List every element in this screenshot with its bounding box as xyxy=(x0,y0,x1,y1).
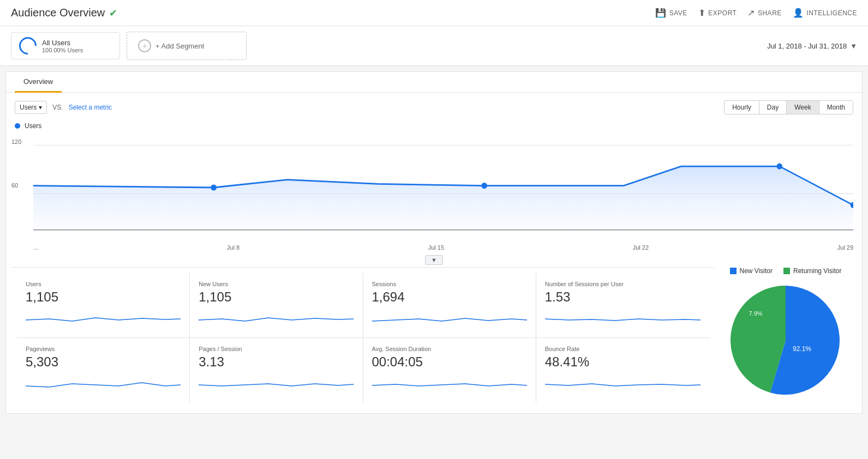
sparkline-sessions-per-user xyxy=(545,309,701,328)
time-range-buttons: Hourly Day Week Month xyxy=(724,100,853,114)
sparkline-users xyxy=(26,309,181,328)
header: Audience Overview ✔ 💾 SAVE ⬆ EXPORT ↗ SH… xyxy=(0,0,868,26)
metric-label-avg-session: Avg. Session Duration xyxy=(372,346,527,352)
chart-fill-area xyxy=(33,166,853,230)
metric-card-bounce-rate: Bounce Rate 48.41% xyxy=(536,338,709,402)
add-segment-button[interactable]: + + Add Segment xyxy=(127,32,247,60)
sparkline-pages-session xyxy=(199,374,354,393)
metric-card-sessions-per-user: Number of Sessions per User 1.53 xyxy=(536,273,709,338)
metric-label-pageviews: Pageviews xyxy=(26,346,181,352)
header-left: Audience Overview ✔ xyxy=(11,7,117,19)
metric-value-avg-session: 00:04:05 xyxy=(372,354,527,370)
segment-pct: 100.00% Users xyxy=(42,47,83,53)
metrics-grid: Users 1,105 New Users 1,105 Sessions 1,6… xyxy=(11,267,715,408)
page-title: Audience Overview xyxy=(11,7,105,19)
pie-wrapper: New Visitor Returning Visitor xyxy=(715,267,857,408)
metric-dropdown[interactable]: Users ▾ xyxy=(15,101,47,114)
header-actions: 💾 SAVE ⬆ EXPORT ↗ SHARE 👤 INTELLIGENCE xyxy=(655,8,857,18)
x-label-jul8: Jul 8 xyxy=(227,244,240,251)
outer-wrapper: Users 1,105 New Users 1,105 Sessions 1,6… xyxy=(6,267,862,413)
metric-label-pages-session: Pages / Session xyxy=(199,346,354,352)
save-button[interactable]: 💾 SAVE xyxy=(655,8,687,18)
returning-visitor-label: Returning Visitor xyxy=(793,267,842,275)
time-btn-day[interactable]: Day xyxy=(759,101,787,114)
chart-controls: Users ▾ VS. Select a metric Hourly Day W… xyxy=(6,93,862,119)
tab-bar: Overview xyxy=(6,72,862,93)
x-label-jul22: Jul 22 xyxy=(633,244,649,251)
chart-collapse-button[interactable]: ▼ xyxy=(425,255,443,265)
y-label-60: 60 xyxy=(11,182,18,189)
segments-bar: All Users 100.00% Users + + Add Segment … xyxy=(0,26,868,66)
x-label-jul29: Jul 29 xyxy=(837,244,853,251)
add-segment-label: + Add Segment xyxy=(155,42,204,50)
date-range-text: Jul 1, 2018 - Jul 31, 2018 xyxy=(767,42,847,50)
segment-info: All Users 100.00% Users xyxy=(42,39,83,53)
main-content: Overview Users ▾ VS. Select a metric Hou… xyxy=(5,71,863,414)
chart-legend: Users xyxy=(6,119,862,133)
metric-dropdown-arrow: ▾ xyxy=(39,104,42,111)
sparkline-avg-session xyxy=(372,374,527,393)
chart-area: 120 60 xyxy=(6,133,862,242)
legend-new-visitor: New Visitor xyxy=(730,267,773,275)
pie-chart-svg: 92.1% 7.9% xyxy=(726,280,846,400)
metric-value-new-users: 1,105 xyxy=(199,289,354,305)
metrics-section: Users 1,105 New Users 1,105 Sessions 1,6… xyxy=(11,267,715,408)
save-icon: 💾 xyxy=(655,8,667,18)
time-btn-month[interactable]: Month xyxy=(819,101,853,114)
date-range-picker[interactable]: Jul 1, 2018 - Jul 31, 2018 ▼ xyxy=(767,42,857,50)
intelligence-button[interactable]: 👤 INTELLIGENCE xyxy=(793,8,857,18)
segment-name: All Users xyxy=(42,39,83,47)
y-label-120: 120 xyxy=(11,138,21,145)
metric-label-sessions-per-user: Number of Sessions per User xyxy=(545,281,701,287)
sparkline-pageviews xyxy=(26,374,181,393)
metric-label-bounce-rate: Bounce Rate xyxy=(545,346,701,352)
chart-collapse-area: ▼ xyxy=(6,255,862,265)
chart-x-labels: ... Jul 8 Jul 15 Jul 22 Jul 29 xyxy=(6,242,862,253)
sparkline-bounce-rate xyxy=(545,374,701,393)
metric-value-pages-session: 3.13 xyxy=(199,354,354,370)
all-users-segment[interactable]: All Users 100.00% Users xyxy=(11,32,120,59)
vs-label: VS. xyxy=(52,104,63,111)
export-button[interactable]: ⬆ EXPORT xyxy=(698,8,737,18)
select-metric-link[interactable]: Select a metric xyxy=(69,104,112,111)
users-legend-dot xyxy=(15,123,20,129)
metric-selector: Users ▾ VS. Select a metric xyxy=(15,101,112,114)
returning-visitor-color-swatch xyxy=(783,268,790,274)
time-btn-hourly[interactable]: Hourly xyxy=(725,101,759,114)
segment-donut-icon xyxy=(15,33,40,58)
new-visitor-color-swatch xyxy=(730,268,737,274)
time-btn-week[interactable]: Week xyxy=(787,101,819,114)
intelligence-icon: 👤 xyxy=(793,8,804,18)
new-visitor-label: New Visitor xyxy=(740,267,773,275)
pie-legend: New Visitor Returning Visitor xyxy=(730,267,842,275)
chart-point xyxy=(481,183,487,189)
users-legend-label: Users xyxy=(25,122,41,130)
metric-card-users: Users 1,105 xyxy=(17,273,190,338)
metric-card-pages-session: Pages / Session 3.13 xyxy=(190,338,363,402)
metric-card-pageviews: Pageviews 5,303 xyxy=(17,338,190,402)
sparkline-new-users xyxy=(199,309,354,328)
metric-value-sessions-per-user: 1.53 xyxy=(545,289,701,305)
metric-value-sessions: 1,694 xyxy=(372,289,527,305)
metric-label-users: Users xyxy=(26,281,181,287)
metric-dropdown-label: Users xyxy=(20,104,37,111)
metric-value-pageviews: 5,303 xyxy=(26,354,181,370)
add-segment-icon: + xyxy=(138,39,151,52)
tab-overview[interactable]: Overview xyxy=(15,72,62,93)
export-icon: ⬆ xyxy=(698,8,706,18)
x-label-jul15: Jul 15 xyxy=(428,244,444,251)
pie-label-returning-visitor: 7.9% xyxy=(749,310,762,317)
chart-point xyxy=(211,184,217,190)
sparkline-sessions xyxy=(372,309,527,328)
metric-value-bounce-rate: 48.41% xyxy=(545,354,701,370)
metric-card-avg-session: Avg. Session Duration 00:04:05 xyxy=(363,338,536,402)
pie-label-new-visitor: 92.1% xyxy=(793,345,811,353)
metric-label-sessions: Sessions xyxy=(372,281,527,287)
metric-value-users: 1,105 xyxy=(26,289,181,305)
share-button[interactable]: ↗ SHARE xyxy=(747,8,781,18)
date-range-arrow-icon: ▼ xyxy=(850,42,857,50)
legend-returning-visitor: Returning Visitor xyxy=(783,267,842,275)
segments-left: All Users 100.00% Users + + Add Segment xyxy=(11,32,247,60)
main-chart-svg xyxy=(33,133,853,242)
x-label-start: ... xyxy=(33,244,38,251)
